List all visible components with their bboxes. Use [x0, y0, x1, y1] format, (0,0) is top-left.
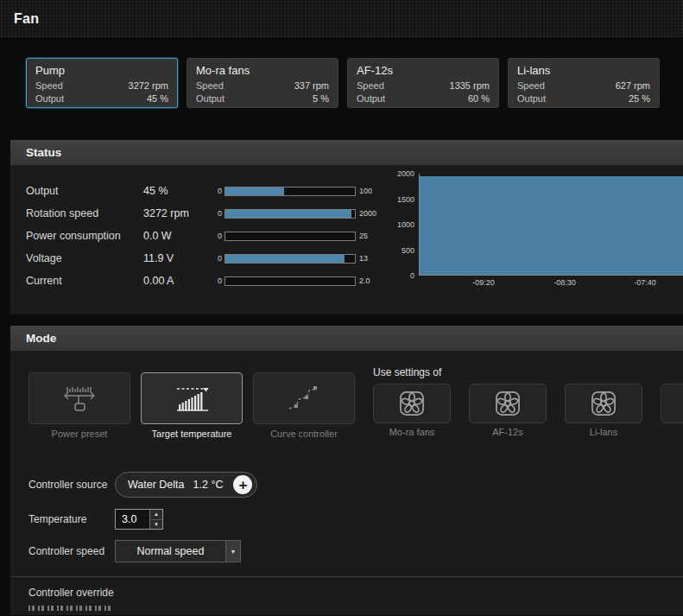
gauge-max: 13: [356, 254, 385, 263]
temperature-stepper: ▲ ▼: [115, 509, 163, 530]
chart-x-axis: -09:20-08:30-07:40: [419, 278, 683, 290]
controller-speed-value: Normal speed: [116, 541, 225, 562]
chart-area-fill: [420, 176, 683, 275]
fan-speed-label: Speed: [357, 79, 384, 92]
gauge-max: 2000: [356, 209, 385, 218]
controller-source-name: Water Delta: [128, 479, 185, 491]
fan-speed-label: Speed: [196, 79, 224, 92]
mode-preset-target-temperature[interactable]: Target temperature: [141, 372, 243, 439]
fan-speed-label: Speed: [517, 79, 545, 92]
fan-speed-value: 337 rpm: [294, 79, 329, 92]
gauge-bar: [225, 232, 356, 241]
status-value: 3272 rpm: [143, 207, 212, 219]
chart-x-tick: -08:30: [553, 278, 576, 287]
fan-icon: [589, 389, 618, 418]
chart-y-tick: 2000: [397, 169, 414, 178]
controller-override-label: Controller override: [28, 587, 683, 599]
fan-card[interactable]: Li-lans Speed 627 rpm Output 25 %: [508, 58, 660, 108]
preset-label: Power preset: [28, 429, 130, 439]
mode-panel-title: Mode: [26, 332, 56, 345]
mode-preset-curve-controller[interactable]: Curve controller: [253, 372, 355, 439]
mode-preset-power-preset[interactable]: Power preset: [28, 372, 130, 439]
chart-y-axis: 0500100015002000: [393, 174, 417, 276]
fan-output-value: 5 %: [313, 92, 329, 105]
target-temperature-icon: [173, 383, 211, 414]
page-title: Fan: [14, 11, 39, 27]
spin-up-icon[interactable]: ▲: [150, 510, 162, 520]
chart-y-tick: 500: [402, 246, 414, 255]
controller-source-row: Controller source Water Delta 1.2 °C +: [28, 472, 683, 498]
gauge-min: 0: [212, 209, 225, 218]
mode-panel: Mode Power preset: [10, 326, 683, 615]
gauge-min: 0: [212, 254, 225, 263]
chart-x-tick: -07:40: [634, 278, 656, 287]
gauge-fill: [225, 210, 351, 218]
fan-card-title: AF-12s: [357, 64, 490, 77]
status-panel: Status Output 45 % 0 100 Rotation speed …: [10, 140, 683, 314]
fan-card[interactable]: AF-12s Speed 1335 rpm Output 60 %: [347, 58, 499, 108]
status-value: 0.00 A: [143, 275, 212, 287]
fan-output-value: 25 %: [629, 92, 650, 105]
chart-x-tick: -09:20: [472, 278, 495, 287]
status-label: Current: [26, 275, 143, 287]
fan-output-value: 45 %: [147, 92, 168, 105]
mode-presets: Power preset Tar: [28, 372, 355, 439]
gauge-max: 100: [356, 187, 385, 195]
chevron-down-icon[interactable]: ▼: [225, 541, 240, 562]
add-controller-source-icon[interactable]: +: [233, 475, 252, 494]
mode-selection-row: Power preset Tar: [28, 366, 683, 439]
fan-cards-row: Pump Speed 3272 rpm Output 45 % Mo-ra fa…: [26, 58, 683, 108]
controller-speed-label: Controller speed: [28, 545, 115, 557]
preset-label: Curve controller: [253, 429, 355, 439]
status-panel-header: Status: [10, 140, 683, 165]
fan-setting-label: Li-lans: [565, 427, 642, 437]
gauge-bar: [225, 254, 356, 264]
use-settings-fan[interactable]: Li-lans: [565, 384, 642, 437]
temperature-spin-buttons: ▲ ▼: [149, 510, 162, 529]
preset-label: Target temperature: [141, 429, 243, 439]
fan-speed-value: 1335 rpm: [450, 79, 490, 92]
temperature-input[interactable]: [116, 510, 149, 529]
gauge-bar: [225, 187, 356, 196]
fan-card[interactable]: Pump Speed 3272 rpm Output 45 %: [26, 58, 178, 108]
fan-card[interactable]: Mo-ra fans Speed 337 rpm Output 5 %: [187, 58, 338, 108]
status-panel-body: Output 45 % 0 100 Rotation speed 3272 rp…: [10, 165, 683, 314]
temperature-row: Temperature ▲ ▼: [28, 509, 683, 530]
use-settings-fan[interactable]: AF-12s: [469, 384, 547, 437]
chart-y-tick: 1500: [397, 195, 414, 204]
status-label: Voltage: [26, 252, 143, 264]
chart-area: [420, 174, 683, 275]
gauge-bar: [225, 209, 356, 219]
status-value: 0.0 W: [143, 230, 212, 242]
gauge-fill: [225, 255, 345, 263]
controller-speed-row: Controller speed Normal speed ▼: [28, 540, 683, 562]
power-preset-icon: [60, 383, 98, 414]
fan-icon: [397, 389, 427, 418]
status-label: Power consumption: [26, 230, 143, 242]
mode-panel-body: Power preset Tar: [10, 351, 683, 615]
use-settings-fan[interactable]: Mo-ra fans: [373, 384, 451, 437]
gauge-fill: [225, 187, 284, 195]
use-settings-fan[interactable]: [661, 384, 683, 437]
controller-source-label: Controller source: [28, 479, 115, 491]
chart-y-tick: 1000: [397, 220, 414, 229]
spin-down-icon[interactable]: ▼: [150, 520, 162, 530]
chart-plot: [419, 174, 683, 276]
mode-panel-header: Mode: [10, 326, 683, 351]
status-label: Output: [26, 185, 143, 197]
status-panel-title: Status: [26, 146, 61, 159]
controller-override-section: Controller override: [10, 576, 683, 611]
fan-icon: [493, 389, 522, 418]
fan-speed-label: Speed: [35, 79, 63, 92]
fan-output-label: Output: [196, 92, 225, 105]
controller-speed-dropdown[interactable]: Normal speed ▼: [115, 540, 241, 562]
fan-card-title: Pump: [35, 64, 168, 77]
status-label: Rotation speed: [26, 207, 143, 219]
fan-output-value: 60 %: [468, 92, 490, 105]
fan-card-title: Li-lans: [517, 64, 650, 77]
controller-source-button[interactable]: Water Delta 1.2 °C +: [115, 472, 257, 498]
controller-source-reading: 1.2 °C: [193, 479, 224, 491]
clipped-text-row: [28, 606, 111, 611]
gauge-min: 0: [212, 232, 225, 240]
fan-page: Fan Pump Speed 3272 rpm Output 45 % Mo-r…: [0, 0, 683, 616]
